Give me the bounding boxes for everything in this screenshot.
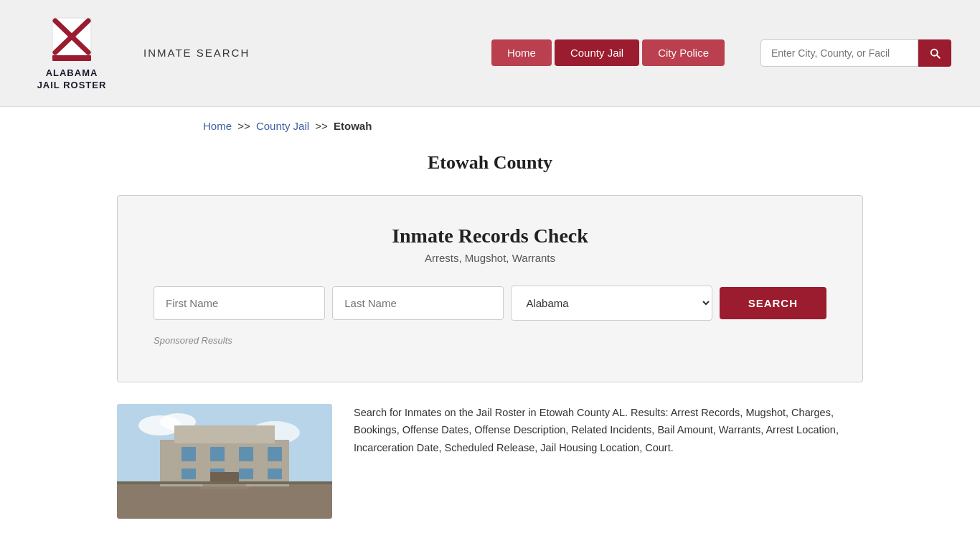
description-text: Search for Inmates on the Jail Roster in… <box>354 404 863 457</box>
svg-rect-17 <box>239 468 253 479</box>
header-search-area <box>760 39 951 67</box>
svg-rect-3 <box>52 55 91 61</box>
nav-county-jail-button[interactable]: County Jail <box>555 39 639 66</box>
bottom-section: Search for Inmates on the Jail Roster in… <box>117 404 863 519</box>
breadcrumb-sep1: >> <box>237 120 250 132</box>
logo-area: ALABAMA JAIL ROSTER <box>29 14 115 92</box>
breadcrumb-current: Etowah <box>334 120 372 132</box>
svg-rect-15 <box>182 468 196 479</box>
records-title: Inmate Records Check <box>154 225 826 248</box>
breadcrumb-county-jail-link[interactable]: County Jail <box>256 120 309 132</box>
search-icon <box>928 47 941 60</box>
records-box: Inmate Records Check Arrests, Mugshot, W… <box>117 195 863 382</box>
nav-buttons: Home County Jail City Police <box>491 39 725 66</box>
nav-home-button[interactable]: Home <box>491 39 552 66</box>
inmate-search-label: INMATE SEARCH <box>143 47 250 59</box>
svg-rect-14 <box>268 447 282 461</box>
search-form-button[interactable]: SEARCH <box>720 287 826 319</box>
logo-icon <box>47 14 97 65</box>
last-name-input[interactable] <box>332 286 504 320</box>
header-search-input[interactable] <box>760 39 918 67</box>
svg-rect-13 <box>239 447 253 461</box>
svg-rect-10 <box>174 425 275 443</box>
logo-text: ALABAMA JAIL ROSTER <box>37 67 107 92</box>
header-search-button[interactable] <box>918 39 951 67</box>
breadcrumb-home-link[interactable]: Home <box>203 120 232 132</box>
records-subtitle: Arrests, Mugshot, Warrants <box>154 252 826 264</box>
svg-rect-18 <box>268 468 282 479</box>
state-select[interactable]: Alabama Alaska Arizona Arkansas Californ… <box>511 286 712 321</box>
svg-rect-11 <box>182 447 196 461</box>
building-image <box>117 404 332 519</box>
main-content: Home >> County Jail >> Etowah Etowah Cou… <box>88 107 892 519</box>
svg-rect-21 <box>199 486 250 489</box>
first-name-input[interactable] <box>154 286 325 320</box>
svg-rect-22 <box>117 481 332 484</box>
search-form: Alabama Alaska Arizona Arkansas Californ… <box>154 286 826 321</box>
nav-city-police-button[interactable]: City Police <box>642 39 725 66</box>
svg-rect-12 <box>210 447 225 461</box>
header: ALABAMA JAIL ROSTER INMATE SEARCH Home C… <box>0 0 980 107</box>
breadcrumb: Home >> County Jail >> Etowah <box>117 107 863 145</box>
sponsored-label: Sponsored Results <box>154 335 826 346</box>
breadcrumb-sep2: >> <box>315 120 328 132</box>
page-title: Etowah County <box>117 152 863 174</box>
